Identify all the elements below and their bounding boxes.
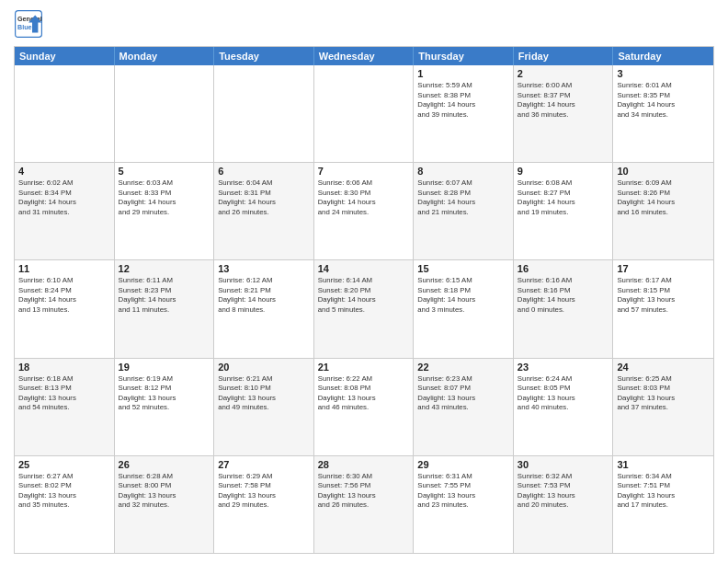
day-info: Sunrise: 6:03 AM Sunset: 8:33 PM Dayligh… [119, 178, 210, 217]
day-number: 18 [18, 362, 110, 373]
day-cell-18: 18Sunrise: 6:18 AM Sunset: 8:13 PM Dayli… [15, 359, 115, 455]
day-number: 15 [417, 263, 509, 274]
logo-icon: General Blue [14, 9, 43, 39]
day-info: Sunrise: 6:01 AM Sunset: 8:35 PM Dayligh… [617, 81, 710, 120]
day-cell-1: 1Sunrise: 5:59 AM Sunset: 8:38 PM Daylig… [414, 65, 514, 162]
day-number: 17 [617, 263, 710, 274]
day-info: Sunrise: 6:30 AM Sunset: 7:56 PM Dayligh… [318, 472, 410, 511]
header-day-sunday: Sunday [15, 47, 115, 65]
day-number: 26 [119, 459, 210, 470]
day-number: 3 [617, 68, 710, 79]
day-cell-11: 11Sunrise: 6:10 AM Sunset: 8:24 PM Dayli… [15, 260, 115, 357]
day-info: Sunrise: 6:09 AM Sunset: 8:26 PM Dayligh… [617, 178, 710, 217]
day-number: 29 [417, 459, 509, 470]
day-info: Sunrise: 6:27 AM Sunset: 8:02 PM Dayligh… [18, 472, 110, 511]
day-cell-10: 10Sunrise: 6:09 AM Sunset: 8:26 PM Dayli… [613, 163, 713, 259]
day-cell-12: 12Sunrise: 6:11 AM Sunset: 8:23 PM Dayli… [115, 260, 215, 357]
day-cell-20: 20Sunrise: 6:21 AM Sunset: 8:10 PM Dayli… [214, 359, 314, 455]
day-number: 19 [119, 362, 210, 373]
day-cell-31: 31Sunrise: 6:34 AM Sunset: 7:51 PM Dayli… [613, 456, 713, 553]
day-cell-29: 29Sunrise: 6:31 AM Sunset: 7:55 PM Dayli… [414, 456, 514, 553]
svg-text:Blue: Blue [17, 23, 32, 31]
day-number: 20 [218, 362, 310, 373]
page: General Blue SundayMondayTuesdayWednesda… [0, 0, 728, 563]
header-day-saturday: Saturday [613, 47, 713, 65]
day-number: 24 [617, 362, 710, 373]
day-cell-14: 14Sunrise: 6:14 AM Sunset: 8:20 PM Dayli… [314, 260, 415, 357]
header: General Blue [14, 9, 714, 39]
day-number: 8 [417, 166, 509, 177]
day-cell-16: 16Sunrise: 6:16 AM Sunset: 8:16 PM Dayli… [514, 260, 614, 357]
calendar-row-0: 1Sunrise: 5:59 AM Sunset: 8:38 PM Daylig… [15, 65, 713, 162]
day-cell-24: 24Sunrise: 6:25 AM Sunset: 8:03 PM Dayli… [613, 359, 713, 455]
day-number: 7 [318, 166, 410, 177]
empty-cell-0-1 [115, 65, 215, 162]
day-number: 25 [18, 459, 110, 470]
day-info: Sunrise: 6:06 AM Sunset: 8:30 PM Dayligh… [318, 178, 410, 217]
header-day-friday: Friday [514, 47, 614, 65]
day-info: Sunrise: 6:04 AM Sunset: 8:31 PM Dayligh… [218, 178, 310, 217]
day-cell-30: 30Sunrise: 6:32 AM Sunset: 7:53 PM Dayli… [514, 456, 614, 553]
day-info: Sunrise: 6:34 AM Sunset: 7:51 PM Dayligh… [617, 472, 710, 511]
day-info: Sunrise: 6:24 AM Sunset: 8:05 PM Dayligh… [518, 374, 609, 413]
day-info: Sunrise: 6:19 AM Sunset: 8:12 PM Dayligh… [119, 374, 210, 413]
day-number: 6 [218, 166, 310, 177]
day-info: Sunrise: 6:29 AM Sunset: 7:58 PM Dayligh… [218, 472, 310, 511]
day-info: Sunrise: 6:25 AM Sunset: 8:03 PM Dayligh… [617, 374, 710, 413]
day-info: Sunrise: 6:18 AM Sunset: 8:13 PM Dayligh… [18, 374, 110, 413]
empty-cell-0-2 [214, 65, 314, 162]
day-cell-5: 5Sunrise: 6:03 AM Sunset: 8:33 PM Daylig… [115, 163, 215, 259]
day-cell-28: 28Sunrise: 6:30 AM Sunset: 7:56 PM Dayli… [314, 456, 415, 553]
day-number: 30 [518, 459, 609, 470]
day-number: 22 [417, 362, 509, 373]
day-number: 4 [18, 166, 110, 177]
header-day-tuesday: Tuesday [214, 47, 314, 65]
day-number: 1 [417, 68, 509, 79]
day-cell-15: 15Sunrise: 6:15 AM Sunset: 8:18 PM Dayli… [414, 260, 514, 357]
header-day-monday: Monday [115, 47, 215, 65]
day-info: Sunrise: 6:02 AM Sunset: 8:34 PM Dayligh… [18, 178, 110, 217]
day-info: Sunrise: 6:28 AM Sunset: 8:00 PM Dayligh… [119, 472, 210, 511]
day-number: 11 [18, 263, 110, 274]
day-number: 12 [119, 263, 210, 274]
day-cell-6: 6Sunrise: 6:04 AM Sunset: 8:31 PM Daylig… [214, 163, 314, 259]
day-cell-27: 27Sunrise: 6:29 AM Sunset: 7:58 PM Dayli… [214, 456, 314, 553]
day-info: Sunrise: 5:59 AM Sunset: 8:38 PM Dayligh… [417, 81, 509, 120]
day-cell-21: 21Sunrise: 6:22 AM Sunset: 8:08 PM Dayli… [314, 359, 415, 455]
day-cell-8: 8Sunrise: 6:07 AM Sunset: 8:28 PM Daylig… [414, 163, 514, 259]
day-cell-26: 26Sunrise: 6:28 AM Sunset: 8:00 PM Dayli… [115, 456, 215, 553]
header-day-wednesday: Wednesday [314, 47, 415, 65]
day-number: 21 [318, 362, 410, 373]
day-cell-22: 22Sunrise: 6:23 AM Sunset: 8:07 PM Dayli… [414, 359, 514, 455]
day-cell-7: 7Sunrise: 6:06 AM Sunset: 8:30 PM Daylig… [314, 163, 415, 259]
day-info: Sunrise: 6:32 AM Sunset: 7:53 PM Dayligh… [518, 472, 609, 511]
day-number: 31 [617, 459, 710, 470]
day-cell-23: 23Sunrise: 6:24 AM Sunset: 8:05 PM Dayli… [514, 359, 614, 455]
day-info: Sunrise: 6:11 AM Sunset: 8:23 PM Dayligh… [119, 276, 210, 315]
calendar-row-2: 11Sunrise: 6:10 AM Sunset: 8:24 PM Dayli… [15, 259, 713, 357]
day-info: Sunrise: 6:07 AM Sunset: 8:28 PM Dayligh… [417, 178, 509, 217]
day-cell-19: 19Sunrise: 6:19 AM Sunset: 8:12 PM Dayli… [115, 359, 215, 455]
calendar-row-1: 4Sunrise: 6:02 AM Sunset: 8:34 PM Daylig… [15, 162, 713, 259]
day-cell-3: 3Sunrise: 6:01 AM Sunset: 8:35 PM Daylig… [613, 65, 713, 162]
calendar-row-3: 18Sunrise: 6:18 AM Sunset: 8:13 PM Dayli… [15, 358, 713, 455]
empty-cell-0-0 [15, 65, 115, 162]
day-number: 14 [318, 263, 410, 274]
header-day-thursday: Thursday [414, 47, 514, 65]
day-cell-9: 9Sunrise: 6:08 AM Sunset: 8:27 PM Daylig… [514, 163, 614, 259]
day-info: Sunrise: 6:10 AM Sunset: 8:24 PM Dayligh… [18, 276, 110, 315]
day-info: Sunrise: 6:21 AM Sunset: 8:10 PM Dayligh… [218, 374, 310, 413]
day-info: Sunrise: 6:31 AM Sunset: 7:55 PM Dayligh… [417, 472, 509, 511]
calendar-header-row: SundayMondayTuesdayWednesdayThursdayFrid… [15, 47, 713, 65]
day-info: Sunrise: 6:16 AM Sunset: 8:16 PM Dayligh… [518, 276, 609, 315]
day-number: 10 [617, 166, 710, 177]
day-cell-25: 25Sunrise: 6:27 AM Sunset: 8:02 PM Dayli… [15, 456, 115, 553]
day-number: 13 [218, 263, 310, 274]
day-info: Sunrise: 6:00 AM Sunset: 8:37 PM Dayligh… [518, 81, 609, 120]
day-cell-2: 2Sunrise: 6:00 AM Sunset: 8:37 PM Daylig… [514, 65, 614, 162]
day-info: Sunrise: 6:12 AM Sunset: 8:21 PM Dayligh… [218, 276, 310, 315]
day-number: 16 [518, 263, 609, 274]
day-info: Sunrise: 6:14 AM Sunset: 8:20 PM Dayligh… [318, 276, 410, 315]
logo: General Blue [14, 9, 43, 39]
day-cell-4: 4Sunrise: 6:02 AM Sunset: 8:34 PM Daylig… [15, 163, 115, 259]
